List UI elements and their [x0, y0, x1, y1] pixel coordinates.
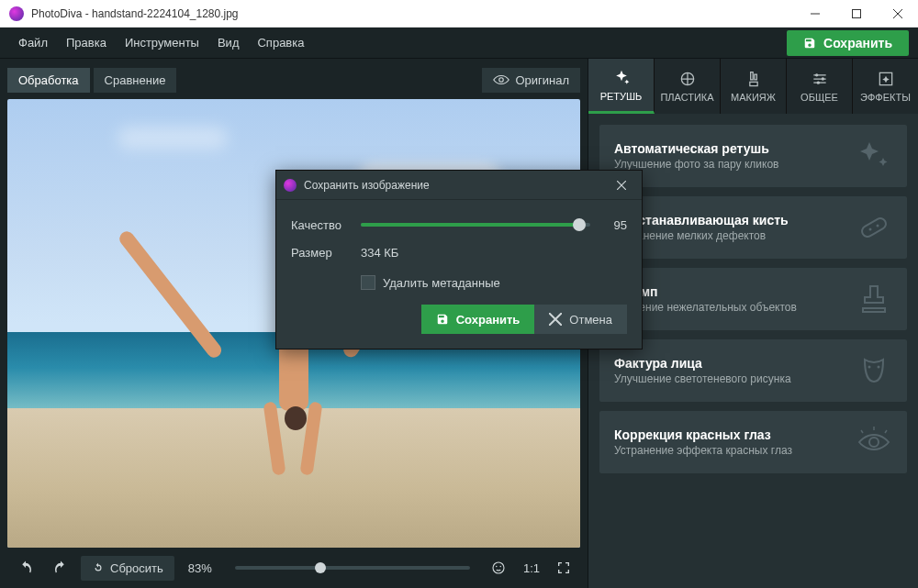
- svg-rect-0: [852, 9, 860, 17]
- card-face-texture[interactable]: Фактура лицаУлучшение светотеневого рису…: [599, 339, 907, 402]
- app-logo-icon: [284, 179, 297, 192]
- right-tabs: РЕТУШЬ ПЛАСТИКА МАКИЯЖ ОБЩЕЕ ЭФФЕКТЫ: [588, 59, 918, 114]
- reset-button[interactable]: Сбросить: [81, 556, 174, 581]
- app-logo-icon: [9, 6, 24, 21]
- menu-view[interactable]: Вид: [208, 30, 249, 55]
- size-label: Размер: [291, 246, 361, 260]
- redo-icon: [52, 560, 69, 576]
- svg-point-2: [493, 562, 504, 573]
- card-red-eye[interactable]: Коррекция красных глазУстранение эффекта…: [599, 411, 907, 473]
- window-minimize-button[interactable]: [794, 0, 835, 28]
- tab-effects[interactable]: ЭФФЕКТЫ: [853, 59, 918, 114]
- menu-file[interactable]: Файл: [9, 30, 57, 55]
- size-value: 334 КБ: [361, 246, 398, 260]
- menu-edit[interactable]: Правка: [57, 30, 116, 55]
- retouch-icon: [612, 69, 631, 87]
- face-detect-button[interactable]: [485, 556, 512, 580]
- card-clone-stamp[interactable]: ШтампУдаление нежелательных объектов: [599, 268, 907, 330]
- quality-slider[interactable]: [361, 223, 590, 227]
- window-titlebar: PhotoDiva - handstand-2224104_1280.jpg: [0, 0, 918, 28]
- svg-point-11: [869, 228, 872, 231]
- tab-retouch[interactable]: РЕТУШЬ: [588, 59, 655, 114]
- reset-icon: [92, 561, 105, 574]
- sliders-icon: [811, 70, 829, 88]
- tab-compare[interactable]: Сравнение: [94, 68, 177, 93]
- redo-button[interactable]: [46, 554, 75, 582]
- window-maximize-button[interactable]: [835, 0, 877, 28]
- eye-icon: [493, 73, 509, 86]
- tab-makeup[interactable]: МАКИЯЖ: [721, 59, 787, 114]
- svg-point-8: [816, 82, 819, 84]
- bottom-toolbar: Сбросить 83% 1:1: [7, 548, 580, 588]
- close-icon: [617, 181, 626, 190]
- svg-point-6: [815, 73, 818, 76]
- checkbox-icon: [361, 275, 375, 290]
- menu-help[interactable]: Справка: [248, 30, 313, 55]
- close-icon: [549, 313, 562, 326]
- svg-point-13: [868, 366, 871, 369]
- dialog-save-button[interactable]: Сохранить: [421, 305, 535, 334]
- zoom-slider[interactable]: [235, 566, 470, 570]
- save-icon: [436, 313, 449, 326]
- save-image-dialog: Сохранить изображение Качество 95 Размер…: [275, 170, 643, 349]
- bandage-icon: [856, 209, 892, 246]
- svg-point-7: [821, 77, 823, 80]
- undo-button[interactable]: [11, 554, 40, 582]
- menubar: Файл Правка Инструменты Вид Справка Сохр…: [0, 28, 918, 59]
- dialog-cancel-button[interactable]: Отмена: [534, 305, 627, 334]
- card-healing-brush[interactable]: Восстанавливающая кистьУстранение мелких…: [599, 196, 907, 259]
- plastic-icon: [678, 70, 697, 88]
- face-mask-icon: [856, 352, 892, 389]
- fullscreen-button[interactable]: [551, 557, 577, 579]
- stamp-icon: [856, 281, 892, 317]
- original-toggle-button[interactable]: Оригинал: [482, 68, 580, 93]
- dialog-close-button[interactable]: [609, 172, 634, 198]
- svg-point-3: [496, 566, 498, 568]
- zoom-1to1-button[interactable]: 1:1: [518, 558, 545, 579]
- svg-point-12: [877, 225, 879, 227]
- tab-general[interactable]: ОБЩЕЕ: [787, 59, 853, 114]
- makeup-icon: [744, 70, 763, 88]
- svg-point-15: [869, 438, 879, 447]
- svg-rect-10: [860, 216, 888, 239]
- tab-processing[interactable]: Обработка: [7, 68, 90, 93]
- quality-value: 95: [590, 218, 627, 232]
- face-icon: [490, 560, 507, 576]
- quality-label: Качество: [291, 218, 361, 232]
- svg-point-14: [878, 366, 880, 369]
- save-icon: [803, 37, 816, 50]
- tab-plastic[interactable]: ПЛАСТИКА: [655, 59, 721, 114]
- delete-metadata-checkbox[interactable]: Удалить метаданные: [361, 275, 627, 290]
- zoom-value: 83%: [180, 561, 220, 575]
- menu-tools[interactable]: Инструменты: [116, 30, 208, 55]
- save-button[interactable]: Сохранить: [787, 30, 909, 56]
- dialog-title: Сохранить изображение: [304, 179, 609, 192]
- sparkle-icon: [856, 138, 892, 174]
- fullscreen-icon: [556, 560, 571, 575]
- effects-icon: [877, 70, 895, 88]
- svg-point-1: [499, 78, 504, 83]
- card-auto-retouch[interactable]: Автоматическая ретушьУлучшение фото за п…: [599, 125, 907, 187]
- window-close-button[interactable]: [877, 0, 918, 28]
- undo-icon: [17, 560, 34, 576]
- red-eye-icon: [856, 424, 892, 460]
- window-title: PhotoDiva - handstand-2224104_1280.jpg: [31, 7, 794, 20]
- svg-point-4: [499, 566, 501, 568]
